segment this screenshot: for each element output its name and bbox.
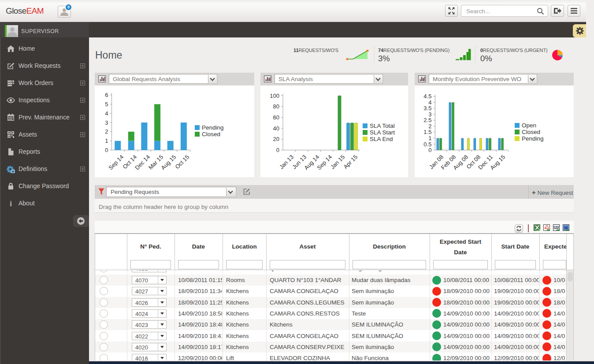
svg-text:80: 80 — [273, 103, 279, 110]
svg-text:SLA Total: SLA Total — [370, 123, 395, 129]
svg-text:Pending: Pending — [522, 135, 544, 142]
svg-text:0: 0 — [276, 147, 279, 153]
svg-text:100: 100 — [270, 93, 279, 99]
svg-text:3.5: 3.5 — [423, 105, 431, 111]
svg-text:2: 2 — [428, 123, 431, 130]
svg-text:Pending: Pending — [202, 124, 224, 131]
svg-text:5: 5 — [105, 101, 108, 108]
svg-text:i: i — [10, 200, 12, 208]
svg-text:40: 40 — [273, 125, 279, 132]
svg-text:Closed: Closed — [522, 129, 540, 135]
svg-text:3: 3 — [428, 111, 431, 118]
svg-text:1: 1 — [428, 135, 431, 141]
svg-text:4.5: 4.5 — [423, 93, 431, 100]
svg-text:4: 4 — [428, 99, 431, 106]
svg-text:3: 3 — [105, 119, 108, 126]
svg-text:Jan 15: Jan 15 — [329, 154, 346, 171]
svg-text:CSV: CSV — [553, 226, 559, 228]
svg-text:4: 4 — [105, 110, 108, 117]
svg-text:0.5: 0.5 — [423, 141, 431, 148]
svg-text:SLA End: SLA End — [370, 136, 393, 142]
svg-text:0: 0 — [428, 147, 431, 153]
svg-text:Dec 14: Dec 14 — [134, 154, 151, 171]
svg-text:Oct 15: Oct 15 — [174, 154, 190, 171]
svg-text:Apr 15: Apr 15 — [342, 154, 359, 171]
svg-text:1.5: 1.5 — [423, 129, 431, 135]
svg-text:SLA Start: SLA Start — [370, 129, 395, 136]
svg-text:20: 20 — [273, 136, 279, 142]
svg-text:1: 1 — [105, 137, 108, 144]
svg-text:0: 0 — [105, 147, 108, 153]
svg-text:Open: Open — [522, 122, 536, 129]
svg-text:Closed: Closed — [202, 131, 220, 137]
svg-text:6: 6 — [105, 92, 108, 98]
svg-text:2.5: 2.5 — [423, 117, 431, 123]
svg-text:Sep 14: Sep 14 — [107, 154, 125, 171]
svg-text:2: 2 — [105, 128, 108, 135]
svg-text:60: 60 — [273, 114, 279, 121]
